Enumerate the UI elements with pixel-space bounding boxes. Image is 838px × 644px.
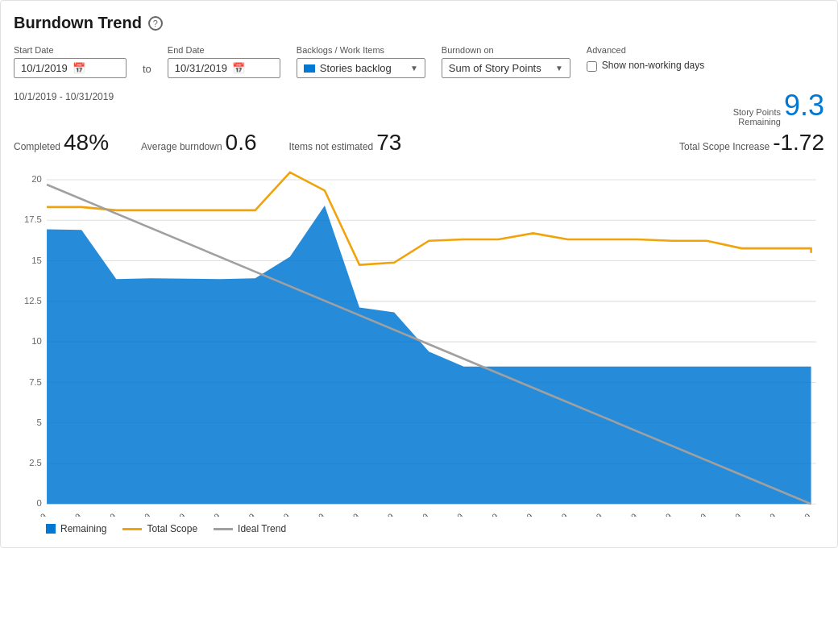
legend-remaining-color xyxy=(46,524,56,534)
svg-text:10/11/2019: 10/11/2019 xyxy=(292,511,326,517)
show-nonworking-wrap: Show non-working days xyxy=(587,60,704,73)
title-row: Burndown Trend ? xyxy=(14,14,824,32)
svg-text:7.5: 7.5 xyxy=(29,376,42,386)
svg-text:10/15/2019: 10/15/2019 xyxy=(361,511,396,517)
svg-text:10/22/2019: 10/22/2019 xyxy=(535,511,570,517)
svg-text:15: 15 xyxy=(31,256,42,265)
remaining-label-kpi: Remaining xyxy=(733,117,781,127)
svg-text:10/2/2019: 10/2/2019 xyxy=(52,511,83,517)
svg-text:10/29/2019: 10/29/2019 xyxy=(709,511,744,517)
svg-text:10/7/2019: 10/7/2019 xyxy=(156,511,188,517)
svg-text:10/8/2019: 10/8/2019 xyxy=(191,511,222,517)
svg-text:10/25/2019: 10/25/2019 xyxy=(639,511,674,517)
items-not-estimated-value: 73 xyxy=(376,130,401,156)
info-icon[interactable]: ? xyxy=(148,16,163,31)
page-title: Burndown Trend xyxy=(14,14,142,32)
legend-total-scope-color xyxy=(122,528,142,530)
svg-text:10/23/2019: 10/23/2019 xyxy=(570,511,604,517)
svg-text:10/17/2019: 10/17/2019 xyxy=(431,511,466,517)
end-date-value: 10/31/2019 xyxy=(175,62,227,74)
legend-ideal-trend-color xyxy=(214,528,233,530)
advanced-label: Advanced xyxy=(587,45,704,55)
svg-text:10/16/2019: 10/16/2019 xyxy=(396,511,431,517)
svg-text:10/4/2019: 10/4/2019 xyxy=(121,511,152,517)
svg-text:10: 10 xyxy=(31,336,42,346)
start-date-input[interactable]: 10/1/2019 📅 xyxy=(14,58,127,78)
legend-ideal-trend: Ideal Trend xyxy=(214,523,286,534)
legend-ideal-trend-label: Ideal Trend xyxy=(238,523,286,534)
items-not-estimated-label: Items not estimated xyxy=(289,141,374,152)
show-nonworking-checkbox[interactable] xyxy=(587,61,597,72)
svg-text:0: 0 xyxy=(37,498,42,508)
svg-text:5: 5 xyxy=(37,418,42,427)
svg-text:10/18/2019: 10/18/2019 xyxy=(466,511,500,517)
avg-burndown-value: 0.6 xyxy=(226,130,257,156)
chart-area: 0 2.5 5 7.5 10 12.5 15 17.5 20 xyxy=(14,162,824,517)
backlogs-dropdown[interactable]: Stories backlog ▼ xyxy=(297,58,425,78)
svg-text:10/31/2019: 10/31/2019 xyxy=(778,511,813,517)
date-range: 10/1/2019 - 10/31/2019 xyxy=(14,91,114,102)
backlog-color-indicator xyxy=(304,64,315,73)
backlogs-group: Backlogs / Work Items Stories backlog ▼ xyxy=(297,45,425,78)
svg-text:12.5: 12.5 xyxy=(24,296,42,305)
items-not-estimated-stat: Items not estimated 73 xyxy=(289,130,402,156)
chevron-down-icon-backlogs: ▼ xyxy=(410,64,418,73)
burndown-label: Burndown on xyxy=(442,45,570,55)
svg-text:10/1/2019: 10/1/2019 xyxy=(17,511,48,517)
remaining-value: 9.3 xyxy=(784,91,824,120)
svg-text:10/10/2019: 10/10/2019 xyxy=(257,511,292,517)
completed-stat: Completed 48% xyxy=(14,130,109,156)
svg-text:20: 20 xyxy=(31,174,42,184)
end-date-label: End Date xyxy=(168,45,280,55)
total-scope-label: Total Scope Increase xyxy=(679,141,770,152)
backlogs-label: Backlogs / Work Items xyxy=(297,45,425,55)
legend-total-scope: Total Scope xyxy=(122,523,197,534)
completed-label: Completed xyxy=(14,141,60,152)
chevron-down-icon-burndown: ▼ xyxy=(555,64,563,73)
backlogs-value: Stories backlog xyxy=(320,62,405,74)
burndown-chart: 0 2.5 5 7.5 10 12.5 15 17.5 20 xyxy=(14,162,824,517)
completed-value: 48% xyxy=(64,130,109,156)
svg-text:10/21/2019: 10/21/2019 xyxy=(500,511,535,517)
svg-text:10/3/2019: 10/3/2019 xyxy=(86,511,118,517)
stats-row: Completed 48% Average burndown 0.6 Items… xyxy=(14,130,824,156)
story-points-label: Story Points xyxy=(733,107,781,117)
calendar-icon-end[interactable]: 📅 xyxy=(232,62,273,74)
avg-burndown-label: Average burndown xyxy=(141,141,222,152)
burndown-value: Sum of Story Points xyxy=(449,62,550,74)
legend-total-scope-label: Total Scope xyxy=(147,523,197,534)
calendar-icon-start[interactable]: 📅 xyxy=(73,62,119,74)
story-points-remaining-group: Story Points Remaining 9.3 xyxy=(733,91,824,127)
svg-text:17.5: 17.5 xyxy=(24,214,42,224)
burndown-dropdown[interactable]: Sum of Story Points ▼ xyxy=(442,58,570,78)
start-date-value: 10/1/2019 xyxy=(21,62,68,74)
total-scope-stat: Total Scope Increase -1.72 xyxy=(679,130,824,156)
show-nonworking-label: Show non-working days xyxy=(602,60,704,73)
avg-burndown-stat: Average burndown 0.6 xyxy=(141,130,256,156)
total-scope-value: -1.72 xyxy=(773,130,824,156)
start-date-label: Start Date xyxy=(14,45,127,55)
burndown-group: Burndown on Sum of Story Points ▼ xyxy=(442,45,570,78)
svg-text:10/30/2019: 10/30/2019 xyxy=(744,511,778,517)
burndown-widget: Burndown Trend ? Start Date 10/1/2019 📅 … xyxy=(0,0,838,548)
svg-text:2.5: 2.5 xyxy=(29,458,42,467)
legend-row: Remaining Total Scope Ideal Trend xyxy=(14,523,824,534)
chart-data-group: 10/1/2019 10/2/2019 10/3/2019 10/4/2019 … xyxy=(17,172,812,517)
controls-row: Start Date 10/1/2019 📅 to End Date 10/31… xyxy=(14,45,824,78)
end-date-input[interactable]: 10/31/2019 📅 xyxy=(168,58,280,78)
total-scope-line xyxy=(47,172,811,265)
end-date-group: End Date 10/31/2019 📅 xyxy=(168,45,280,78)
advanced-group: Advanced Show non-working days xyxy=(587,45,704,73)
start-date-group: Start Date 10/1/2019 📅 xyxy=(14,45,127,78)
legend-remaining-label: Remaining xyxy=(60,523,106,534)
svg-text:10/28/2019: 10/28/2019 xyxy=(674,511,708,517)
to-label: to xyxy=(143,63,151,75)
legend-remaining: Remaining xyxy=(46,523,106,534)
svg-text:10/24/2019: 10/24/2019 xyxy=(604,511,639,517)
svg-text:10/14/2019: 10/14/2019 xyxy=(326,511,361,517)
svg-text:10/9/2019: 10/9/2019 xyxy=(226,511,257,517)
remaining-area xyxy=(47,206,811,504)
